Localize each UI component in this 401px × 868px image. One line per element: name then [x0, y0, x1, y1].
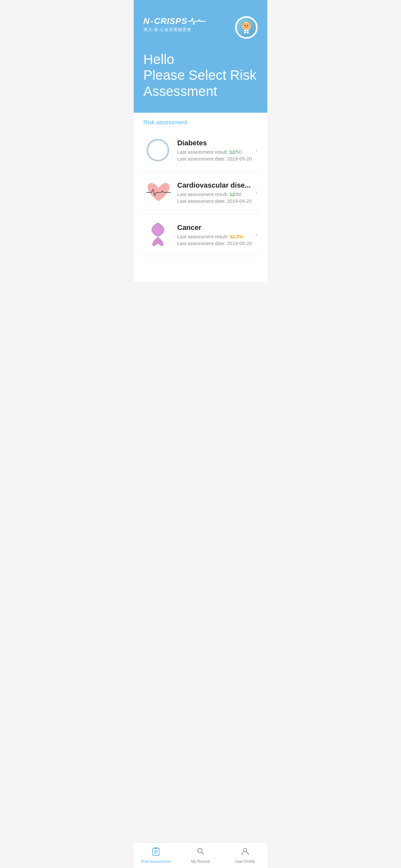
header-top: N-CRISPS 港大·新·心血管風險普查 — [143, 16, 258, 39]
cardio-result: Last assessment result: 12/50 — [177, 191, 252, 197]
cardio-date-value: 2019-05-20 — [227, 198, 252, 204]
cardio-heart-ecg-icon — [145, 180, 171, 205]
diabetes-result-value: 12 — [229, 149, 235, 155]
diabetes-result-label: Last assessment result: — [177, 149, 229, 155]
cancer-result: Last assessment result: 33.2% — [177, 234, 252, 239]
logo-n: N — [143, 16, 150, 26]
cancer-chevron-icon: › — [255, 231, 258, 238]
cardio-result-total: /50 — [235, 191, 242, 197]
diabetes-result: Last assessment result: 12/50 — [177, 149, 252, 155]
diabetes-icon-container — [143, 135, 173, 165]
assessment-item-cardiovascular[interactable]: Cardiovascular dise... Last assessment r… — [140, 172, 261, 214]
assessment-item-cancer[interactable]: Cancer Last assessment result: 33.2% Las… — [140, 214, 261, 256]
svg-point-4 — [244, 25, 246, 26]
diabetes-date-value: 2019-05-20 — [227, 156, 252, 161]
diabetes-circle-icon — [147, 139, 169, 161]
logo-crisps: CRISPS — [154, 16, 187, 26]
cardio-result-label: Last assessment result: — [177, 191, 229, 197]
cancer-icon-container — [143, 220, 173, 249]
diabetes-chevron-icon: › — [255, 146, 258, 154]
svg-point-6 — [245, 27, 248, 28]
logo-text: N-CRISPS — [143, 16, 206, 26]
greeting: Hello Please Select Risk Assessment — [143, 52, 258, 100]
diabetes-title: Diabetes — [177, 139, 252, 147]
cardio-icon-container — [143, 178, 173, 207]
cancer-info: Cancer Last assessment result: 33.2% Las… — [177, 223, 252, 246]
cancer-ribbon-icon — [147, 221, 169, 248]
cardio-date-label: Last assessment date: — [177, 198, 227, 204]
svg-point-5 — [247, 25, 248, 26]
cardio-chevron-icon: › — [255, 189, 258, 196]
cancer-date-value: 2019-05-20 — [227, 241, 252, 246]
header-section: N-CRISPS 港大·新·心血管風險普查 — [134, 0, 267, 113]
cardio-result-value: 12 — [229, 191, 235, 197]
avatar-svg — [238, 20, 254, 35]
assessment-list: Diabetes Last assessment result: 12/50 L… — [134, 129, 267, 256]
svg-point-10 — [245, 33, 248, 35]
logo-container: N-CRISPS 港大·新·心血管風險普查 — [143, 16, 206, 33]
avatar-image — [237, 18, 256, 37]
assessment-item-diabetes[interactable]: Diabetes Last assessment result: 12/50 L… — [140, 129, 261, 172]
avatar[interactable] — [235, 16, 258, 39]
diabetes-date-label: Last assessment date: — [177, 156, 227, 161]
cardio-date: Last assessment date: 2019-05-20 — [177, 198, 252, 204]
ecg-icon — [188, 17, 206, 26]
cancer-result-label: Last assessment result: — [177, 234, 229, 239]
cancer-date: Last assessment date: 2019-05-20 — [177, 241, 252, 246]
diabetes-date: Last assessment date: 2019-05-20 — [177, 156, 252, 161]
diabetes-info: Diabetes Last assessment result: 12/50 L… — [177, 139, 252, 161]
cancer-result-value: 33.2% — [229, 234, 243, 239]
greeting-subtitle: Please Select Risk Assessment — [143, 67, 258, 100]
cardio-svg — [145, 180, 173, 205]
cancer-title: Cancer — [177, 223, 252, 232]
logo-chinese: 港大·新·心血管風險普查 — [143, 27, 206, 33]
main-content: Risk assessment Diabetes Last assessment… — [134, 113, 267, 282]
greeting-hello: Hello — [143, 52, 258, 67]
logo-dash: - — [150, 16, 154, 26]
cancer-date-label: Last assessment date: — [177, 241, 227, 246]
diabetes-result-total: /50 — [235, 149, 242, 155]
cardio-title: Cardiovascular dise... — [177, 181, 252, 190]
section-label: Risk assessment — [134, 113, 267, 129]
cardio-info: Cardiovascular dise... Last assessment r… — [177, 181, 252, 204]
